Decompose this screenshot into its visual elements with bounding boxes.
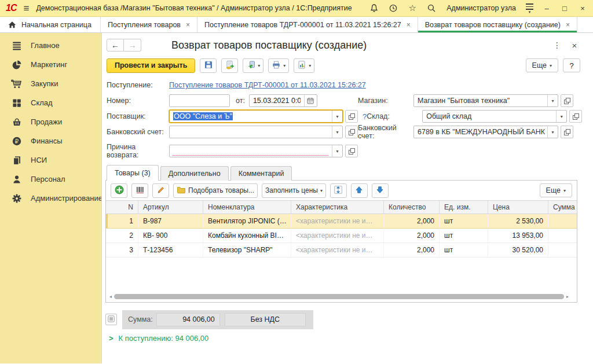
table-row[interactable]: 2 КВ- 900 Комбайн кухонный BI… <характер… xyxy=(106,229,577,243)
bank-account-field[interactable]: ▾ xyxy=(169,126,343,138)
cell-price[interactable]: 13 953,00 xyxy=(488,229,548,243)
supplier-help-icon[interactable]: ? xyxy=(363,112,367,121)
warehouse-field[interactable]: Общий склад ▾ xyxy=(422,110,567,123)
window-close-button[interactable]: × xyxy=(578,4,587,13)
return-reason-open-button[interactable] xyxy=(345,145,358,157)
cell-unit[interactable]: шт xyxy=(440,229,488,243)
favorites-star-icon[interactable]: ☆ xyxy=(407,3,418,13)
dropdown-caret-icon[interactable]: ▾ xyxy=(332,111,342,122)
return-reason-field[interactable]: ▾ xyxy=(169,145,343,157)
cell-quantity[interactable]: 2,000 xyxy=(384,229,440,243)
window-maximize-button[interactable]: □ xyxy=(560,4,569,13)
cell-item[interactable]: Комбайн кухонный BI… xyxy=(203,229,291,243)
move-row-up-button[interactable] xyxy=(351,183,368,198)
window-minimize-button[interactable]: – xyxy=(542,4,551,13)
tab-close-icon[interactable]: × xyxy=(566,21,570,29)
store-field[interactable]: Магазин "Бытовая техника" ▾ xyxy=(413,94,558,107)
tab-comment[interactable]: Комментарий xyxy=(230,166,292,181)
dropdown-caret-icon[interactable]: ▾ xyxy=(547,126,558,138)
receipt-document-link[interactable]: Поступление товаров ТДРТ-000001 от 11.03… xyxy=(169,81,366,89)
form-menu-dots-icon[interactable]: ⋮ xyxy=(552,41,562,50)
save-button[interactable] xyxy=(200,58,217,73)
cell-sum[interactable] xyxy=(548,243,577,258)
sidebar-item-personnel[interactable]: Персонал xyxy=(0,170,101,189)
supplier-bank-account-open-button[interactable] xyxy=(561,126,573,138)
cell-article[interactable]: КВ- 900 xyxy=(138,229,203,243)
sidebar-item-warehouse[interactable]: Склад xyxy=(0,93,101,112)
cell-item[interactable]: Телевизор "SHARP" xyxy=(203,243,291,258)
calendar-icon[interactable] xyxy=(304,95,317,106)
dropdown-caret-icon[interactable]: ▾ xyxy=(332,126,342,138)
scrollbar-thumb[interactable] xyxy=(114,294,564,299)
post-document-button[interactable] xyxy=(221,58,238,73)
tab-goods-receipt-document[interactable]: Поступление товаров ТДРТ-000001 от 11.03… xyxy=(197,17,418,32)
to-receipt-link[interactable]: > К поступлению: 94 006,00 xyxy=(109,334,208,343)
reports-button[interactable]: ▾ xyxy=(294,58,314,73)
history-icon[interactable] xyxy=(388,3,398,13)
scroll-left-icon[interactable]: ◂ xyxy=(109,294,112,299)
cell-characteristic[interactable]: <характеристики не и… xyxy=(291,214,384,229)
date-field[interactable] xyxy=(249,94,317,107)
store-open-button[interactable] xyxy=(561,94,573,107)
tab-goods-receipts-list[interactable]: Поступления товаров × xyxy=(101,17,197,32)
cell-characteristic[interactable]: <характеристики не и… xyxy=(291,229,384,243)
scroll-right-icon[interactable]: ▸ xyxy=(566,294,569,299)
cell-price[interactable]: 2 530,00 xyxy=(488,214,548,229)
tab-home-page[interactable]: Начальная страница xyxy=(0,17,101,32)
tab-additional[interactable]: Дополнительно xyxy=(160,166,229,181)
help-button[interactable]: ? xyxy=(563,58,580,72)
expand-rows-button[interactable] xyxy=(330,183,347,198)
sidebar-item-purchases[interactable]: Закупки xyxy=(0,74,101,93)
dropdown-caret-icon[interactable]: ▾ xyxy=(547,95,558,106)
cell-sum[interactable] xyxy=(548,214,577,229)
print-button[interactable]: ▾ xyxy=(268,58,289,73)
bank-account-open-button[interactable] xyxy=(345,126,358,138)
warehouse-open-button[interactable] xyxy=(569,110,582,123)
edit-row-button[interactable] xyxy=(152,183,169,198)
back-arrow-button[interactable]: ← xyxy=(107,39,124,52)
cell-price[interactable]: 30 520,00 xyxy=(488,243,548,258)
notifications-bell-icon[interactable] xyxy=(369,3,379,13)
pick-goods-button[interactable]: Подобрать товары... xyxy=(173,183,258,198)
cell-unit[interactable]: шт xyxy=(440,243,488,258)
table-row[interactable]: 3 Т-123456 Телевизор "SHARP" <характерис… xyxy=(106,243,577,258)
number-field[interactable] xyxy=(169,94,230,107)
number-input[interactable] xyxy=(170,95,229,106)
date-input[interactable] xyxy=(250,95,304,106)
supplier-open-button[interactable] xyxy=(345,110,358,123)
tab-close-icon[interactable]: × xyxy=(407,21,411,29)
tab-goods[interactable]: Товары (3) xyxy=(107,165,159,181)
totals-settings-button[interactable] xyxy=(105,314,117,325)
tab-close-icon[interactable]: × xyxy=(186,21,190,29)
user-menu-icon[interactable]: ▾ xyxy=(526,3,533,13)
sidebar-item-main[interactable]: Главное xyxy=(0,36,101,55)
move-row-down-button[interactable] xyxy=(372,183,389,198)
cell-item[interactable]: Вентилятор JIPONIC (… xyxy=(203,214,291,229)
sidebar-item-sales[interactable]: Продажи xyxy=(0,112,101,131)
table-row[interactable]: 1 B-987 Вентилятор JIPONIC (… <характери… xyxy=(106,214,577,229)
main-menu-icon[interactable]: ≡ xyxy=(23,3,29,13)
cell-article[interactable]: B-987 xyxy=(138,214,203,229)
table-more-button[interactable]: Еще ▾ xyxy=(540,183,572,197)
sidebar-item-administration[interactable]: Администрирование xyxy=(0,189,101,208)
cell-sum[interactable] xyxy=(548,229,577,243)
forward-arrow-button[interactable]: → xyxy=(124,39,141,52)
cell-unit[interactable]: шт xyxy=(440,214,488,229)
cell-quantity[interactable]: 2,000 xyxy=(384,214,440,229)
form-more-button[interactable]: Еще ▾ xyxy=(526,58,558,72)
supplier-field[interactable]: ООО "Слеза и Ъ" ▾ xyxy=(169,110,343,123)
sidebar-item-marketing[interactable]: Маркетинг xyxy=(0,55,101,74)
tab-return-to-supplier[interactable]: Возврат товаров поставщику (создание) × xyxy=(418,17,577,32)
supplier-bank-account-field[interactable]: 6789 в КБ "МЕЖДУНАРОДНЫЙ БАНК РА ▾ xyxy=(413,126,558,138)
cell-article[interactable]: Т-123456 xyxy=(138,243,203,258)
cell-quantity[interactable]: 2,000 xyxy=(384,243,440,258)
dropdown-caret-icon[interactable]: ▾ xyxy=(556,111,566,122)
horizontal-scrollbar[interactable]: ◂ ▸ xyxy=(109,293,569,300)
current-user-label[interactable]: Администратор узла xyxy=(446,4,516,12)
search-icon[interactable] xyxy=(426,3,437,13)
create-based-on-button[interactable]: ▾ xyxy=(243,58,263,73)
barcode-scan-button[interactable] xyxy=(131,183,148,198)
sidebar-item-nsi[interactable]: НСИ xyxy=(0,150,101,170)
post-and-close-button[interactable]: Провести и закрыть xyxy=(107,58,195,73)
dropdown-caret-icon[interactable]: ▾ xyxy=(332,145,342,157)
